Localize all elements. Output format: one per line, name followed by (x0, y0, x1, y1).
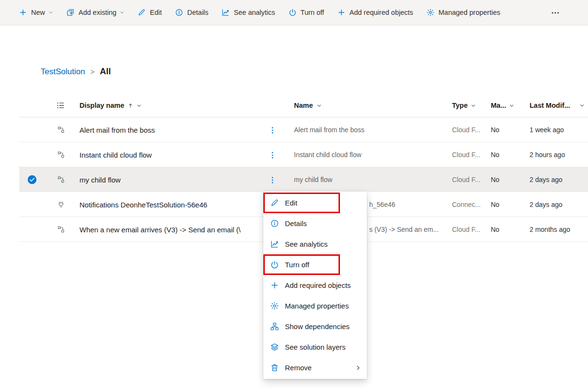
row-managed: No (491, 201, 499, 208)
row-checkbox[interactable] (27, 200, 37, 209)
menu-item-add-required-objects[interactable]: Add required objects (263, 275, 367, 296)
add-icon (19, 9, 27, 16)
chevron-right-icon (355, 365, 361, 371)
column-label: Display name (79, 102, 124, 109)
trash-icon (271, 364, 279, 372)
menu-item-see-analytics[interactable]: See analytics (263, 234, 367, 254)
chevron-down-icon (471, 103, 476, 108)
table-row[interactable]: my child flow⋮my child flowCloud F...No2… (19, 167, 588, 192)
toolbar-item-edit[interactable]: Edit (131, 0, 169, 25)
row-last-modified: 2 days ago (530, 201, 563, 208)
row-checkbox[interactable] (27, 150, 37, 160)
row-managed: No (491, 126, 499, 134)
row-list-icon[interactable] (57, 102, 65, 110)
context-menu: EditDetailsSee analyticsTurn offAdd requ… (263, 192, 367, 379)
chevron-down-icon (509, 103, 514, 108)
add-icon (338, 9, 345, 16)
row-commands-button[interactable]: ⋮ (269, 125, 276, 134)
sort-ascending-icon (128, 103, 133, 108)
row-last-modified: 2 hours ago (530, 151, 565, 159)
toolbar-item-details[interactable]: Details (169, 0, 215, 25)
column-label: Ma... (491, 102, 506, 109)
chevron-down-icon (317, 103, 322, 108)
power-icon (289, 9, 296, 16)
more-commands-button[interactable]: ⋯ (551, 8, 560, 18)
column-label: Name (294, 102, 313, 109)
table-header: Display name Name Type Ma... Last Modif.… (19, 94, 588, 117)
column-header-managed[interactable]: Ma... (491, 102, 514, 109)
row-name: Instant child cloud flow (294, 151, 362, 159)
row-checkbox[interactable] (27, 125, 37, 135)
menu-item-label: Add required objects (285, 281, 351, 289)
row-type: Cloud F... (452, 151, 480, 159)
breadcrumb-solution-link[interactable]: TestSolution (41, 67, 85, 77)
toolbar-item-label: Details (187, 9, 208, 16)
row-display-name[interactable]: When a new email arrives (V3) -> Send an… (79, 225, 240, 233)
table-row[interactable]: Instant child cloud flow⋮Instant child c… (19, 142, 588, 167)
row-type: Cloud F... (452, 176, 480, 183)
row-display-name[interactable]: my child flow (79, 175, 121, 183)
column-label: Type (452, 102, 468, 109)
add-existing-icon (67, 9, 74, 16)
chevron-down-icon (48, 10, 53, 15)
menu-item-turn-off[interactable]: Turn off (263, 254, 367, 275)
toolbar-item-label: Add existing (79, 9, 116, 16)
toolbar-item-turn-off[interactable]: Turn off (282, 0, 331, 25)
toolbar-item-add-required-objects[interactable]: Add required objects (331, 0, 420, 25)
toolbar-item-new[interactable]: New (12, 0, 60, 25)
menu-item-remove[interactable]: Remove (263, 357, 367, 378)
menu-item-details[interactable]: Details (263, 213, 367, 234)
gear-icon (427, 9, 434, 16)
column-header-name[interactable]: Name (294, 102, 322, 109)
breadcrumb-separator: > (90, 68, 95, 76)
menu-item-label: Details (285, 219, 307, 228)
chevron-down-icon[interactable] (579, 103, 585, 108)
toolbar-item-add-existing[interactable]: Add existing (60, 0, 131, 25)
column-header-display-name[interactable]: Display name (79, 102, 142, 109)
menu-item-label: Edit (285, 199, 297, 207)
chevron-down-icon (136, 103, 142, 108)
menu-item-edit[interactable]: Edit (263, 193, 367, 213)
row-checkbox[interactable] (27, 225, 37, 234)
row-name: Alert mail from the boss (294, 126, 364, 134)
column-header-type[interactable]: Type (452, 102, 476, 109)
menu-item-managed-properties[interactable]: Managed properties (263, 296, 367, 316)
row-display-name[interactable]: Instant child cloud flow (79, 150, 152, 159)
menu-item-label: See analytics (285, 240, 328, 248)
toolbar-item-see-analytics[interactable]: See analytics (215, 0, 282, 25)
row-type: Cloud F... (452, 226, 480, 233)
row-display-name[interactable]: Alert mail from the boss (79, 126, 155, 134)
row-commands-button[interactable]: ⋮ (269, 175, 276, 184)
flow-icon (57, 176, 65, 183)
edit-icon (138, 9, 146, 16)
row-commands-button[interactable]: ⋮ (269, 150, 276, 159)
menu-item-show-dependencies[interactable]: Show dependencies (263, 316, 367, 337)
flow-icon (57, 226, 65, 233)
menu-item-see-solution-layers[interactable]: See solution layers (263, 337, 367, 357)
toolbar-item-label: Edit (150, 9, 162, 16)
menu-item-label: Show dependencies (285, 322, 350, 331)
row-managed: No (491, 176, 499, 183)
row-name: my child flow (294, 176, 332, 183)
column-label: Last Modif... (530, 102, 570, 109)
table-row[interactable]: Alert mail from the boss⋮Alert mail from… (19, 117, 588, 142)
flow-icon (57, 126, 65, 133)
menu-item-label: Turn off (285, 261, 309, 269)
menu-item-label: Remove (285, 364, 312, 372)
row-managed: No (491, 226, 499, 233)
row-type: Connec... (452, 201, 481, 208)
toolbar-item-label: Managed properties (439, 9, 500, 16)
menu-item-label: See solution layers (285, 343, 346, 351)
flow-icon (57, 151, 65, 158)
row-selected-check-icon[interactable] (27, 175, 37, 184)
toolbar-item-label: Turn off (301, 9, 324, 16)
gear-icon (271, 302, 279, 310)
toolbar-item-label: New (31, 9, 45, 16)
column-header-last-modified[interactable]: Last Modif... (530, 102, 570, 109)
layers-icon (271, 343, 279, 351)
analytics-icon (222, 9, 229, 16)
row-display-name[interactable]: Notifications DeonheTestSolution-56e46 (79, 200, 207, 208)
menu-item-label: Managed properties (285, 302, 349, 310)
toolbar-item-managed-properties[interactable]: Managed properties (420, 0, 507, 25)
power-icon (271, 261, 279, 269)
